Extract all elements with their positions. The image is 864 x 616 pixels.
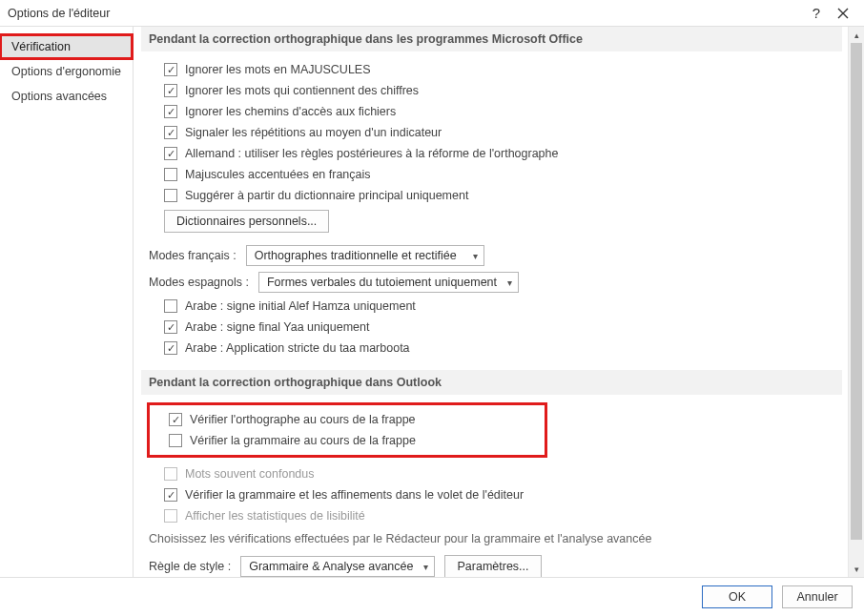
spanish-modes-select[interactable]: Formes verbales du tutoiement uniquement bbox=[258, 272, 519, 293]
option-label: Ignorer les mots en MAJUSCULES bbox=[185, 63, 371, 76]
option-label: Vérifier la grammaire au cours de la fra… bbox=[190, 434, 416, 447]
sidebar-item-verification[interactable]: Vérification bbox=[0, 34, 133, 59]
checkbox[interactable] bbox=[169, 413, 182, 426]
french-modes-select[interactable]: Orthographes traditionnelle et rectifiée bbox=[246, 245, 484, 266]
checkbox[interactable] bbox=[164, 105, 177, 118]
option-label: Majuscules accentuées en français bbox=[185, 168, 371, 181]
window-title: Options de l'éditeur bbox=[8, 7, 803, 20]
opt-arabic-yaa[interactable]: Arabe : signe final Yaa uniquement bbox=[141, 317, 842, 338]
opt-main-dict-only[interactable]: Suggérer à partir du dictionnaire princi… bbox=[141, 185, 842, 206]
sidebar-item-ergonomie[interactable]: Options d'ergonomie bbox=[0, 59, 133, 84]
scroll-down-button[interactable]: ▾ bbox=[849, 561, 864, 577]
option-label: Ignorer les chemins d'accès aux fichiers bbox=[185, 105, 396, 118]
checkbox[interactable] bbox=[164, 320, 177, 334]
cancel-button[interactable]: Annuler bbox=[782, 585, 853, 608]
section-header-office: Pendant la correction orthographique dan… bbox=[141, 27, 842, 51]
sidebar-item-label: Options d'ergonomie bbox=[11, 65, 121, 78]
scroll-up-button[interactable]: ▴ bbox=[849, 27, 864, 43]
checkbox bbox=[164, 467, 177, 481]
checkbox[interactable] bbox=[169, 434, 182, 447]
checkbox[interactable] bbox=[164, 126, 177, 139]
close-icon bbox=[837, 8, 849, 19]
opt-ignore-numbers[interactable]: Ignorer les mots qui contiennent des chi… bbox=[141, 80, 842, 101]
option-label: Arabe : signe final Yaa uniquement bbox=[185, 320, 369, 334]
opt-ignore-uppercase[interactable]: Ignorer les mots en MAJUSCULES bbox=[141, 59, 842, 80]
sidebar-item-label: Vérification bbox=[11, 40, 71, 53]
option-label: Vérifier la grammaire et les affinements… bbox=[185, 488, 524, 502]
option-label: Allemand : utiliser les règles postérieu… bbox=[185, 147, 558, 160]
checkbox[interactable] bbox=[164, 63, 177, 76]
style-rule-label: Règle de style : bbox=[149, 560, 231, 573]
checkbox[interactable] bbox=[164, 147, 177, 160]
custom-dictionaries-button[interactable]: Dictionnaires personnels... bbox=[164, 210, 329, 233]
checkbox[interactable] bbox=[164, 168, 177, 181]
opt-readability-stats: Afficher les statistiques de lisibilité bbox=[141, 505, 842, 526]
sidebar-item-label: Options avancées bbox=[11, 90, 107, 103]
checkbox[interactable] bbox=[164, 84, 177, 97]
checkbox bbox=[164, 509, 177, 523]
sidebar-item-avancees[interactable]: Options avancées bbox=[0, 84, 133, 109]
close-button[interactable] bbox=[830, 0, 856, 27]
opt-check-spelling[interactable]: Vérifier l'orthographe au cours de la fr… bbox=[155, 409, 539, 430]
checkbox[interactable] bbox=[164, 488, 177, 502]
option-label: Ignorer les mots qui contiennent des chi… bbox=[185, 84, 419, 97]
option-label: Mots souvent confondus bbox=[185, 467, 315, 481]
opt-arabic-taa[interactable]: Arabe : Application stricte du taa marbo… bbox=[141, 338, 842, 359]
help-button[interactable]: ? bbox=[803, 0, 830, 27]
scroll-track[interactable] bbox=[849, 43, 864, 561]
section-header-outlook: Pendant la correction orthographique dan… bbox=[141, 370, 842, 395]
option-label: Afficher les statistiques de lisibilité bbox=[185, 509, 365, 523]
option-label: Arabe : Application stricte du taa marbo… bbox=[185, 341, 410, 355]
highlight-outlook-options: Vérifier l'orthographe au cours de la fr… bbox=[147, 402, 547, 458]
options-panel: Pendant la correction orthographique dan… bbox=[134, 27, 842, 577]
scroll-thumb[interactable] bbox=[851, 43, 862, 540]
opt-flag-repeats[interactable]: Signaler les répétitions au moyen d'un i… bbox=[141, 122, 842, 143]
spanish-modes-label: Modes espagnols : bbox=[149, 276, 249, 289]
opt-grammar-editor-pane[interactable]: Vérifier la grammaire et les affinements… bbox=[141, 484, 842, 505]
sidebar: Vérification Options d'ergonomie Options… bbox=[0, 27, 134, 577]
style-rule-select[interactable]: Grammaire & Analyse avancée bbox=[240, 556, 435, 577]
parameters-button[interactable]: Paramètres... bbox=[444, 555, 541, 577]
checkbox[interactable] bbox=[164, 189, 177, 202]
checkbox[interactable] bbox=[164, 299, 177, 313]
opt-french-accents[interactable]: Majuscules accentuées en français bbox=[141, 164, 842, 185]
opt-confused-words: Mots souvent confondus bbox=[141, 463, 842, 484]
ok-button[interactable]: OK bbox=[702, 585, 772, 608]
opt-check-grammar-typing[interactable]: Vérifier la grammaire au cours de la fra… bbox=[155, 430, 539, 451]
option-label: Signaler les répétitions au moyen d'un i… bbox=[185, 126, 442, 139]
checkbox[interactable] bbox=[164, 341, 177, 355]
opt-arabic-alef[interactable]: Arabe : signe initial Alef Hamza uniquem… bbox=[141, 296, 842, 317]
option-label: Arabe : signe initial Alef Hamza uniquem… bbox=[185, 299, 416, 313]
french-modes-label: Modes français : bbox=[149, 249, 237, 262]
editor-info-text: Choisissez les vérifications effectuées … bbox=[141, 526, 842, 551]
vertical-scrollbar[interactable]: ▴ ▾ bbox=[848, 27, 864, 577]
option-label: Suggérer à partir du dictionnaire princi… bbox=[185, 189, 468, 202]
opt-ignore-filepaths[interactable]: Ignorer les chemins d'accès aux fichiers bbox=[141, 101, 842, 122]
option-label: Vérifier l'orthographe au cours de la fr… bbox=[190, 413, 416, 426]
opt-german-reform[interactable]: Allemand : utiliser les règles postérieu… bbox=[141, 143, 842, 164]
